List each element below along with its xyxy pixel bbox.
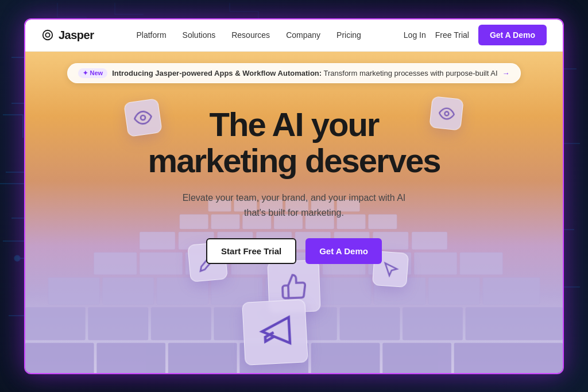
nav-solutions[interactable]: Solutions <box>183 30 216 40</box>
hero-title: The AI your marketing deserves <box>25 106 563 180</box>
nav-company[interactable]: Company <box>286 30 320 40</box>
nav-links: Platform Solutions Resources Company Pri… <box>136 30 361 40</box>
hero-title-line1: The AI your <box>210 106 379 143</box>
svg-rect-40 <box>48 277 100 304</box>
svg-rect-61 <box>311 343 380 374</box>
svg-rect-54 <box>340 307 400 340</box>
svg-point-3 <box>14 255 20 261</box>
svg-rect-43 <box>211 277 263 304</box>
nav-pricing[interactable]: Pricing <box>336 30 361 40</box>
browser-window: Jasper Platform Solutions Resources Comp… <box>24 18 564 374</box>
hero-subtitle: Elevate your team, your brand, and your … <box>25 191 563 220</box>
svg-rect-47 <box>428 277 480 304</box>
navbar: Jasper Platform Solutions Resources Comp… <box>25 20 563 52</box>
nav-resources[interactable]: Resources <box>231 30 270 40</box>
nav-right: Log In Free Trial Get A Demo <box>404 25 547 45</box>
hero-subtitle-line2: that's built for marketing. <box>244 208 344 218</box>
announcement-text: Introducing Jasper-powered Apps & Workfl… <box>112 69 497 77</box>
svg-rect-49 <box>25 307 86 340</box>
hero-subtitle-line1: Elevate your team, your brand, and your … <box>183 193 406 203</box>
svg-rect-59 <box>168 343 237 374</box>
svg-rect-60 <box>239 343 308 374</box>
svg-rect-63 <box>454 343 563 374</box>
svg-rect-62 <box>382 343 451 374</box>
svg-point-8 <box>43 30 53 40</box>
get-demo-button[interactable]: Get A Demo <box>478 25 547 45</box>
svg-rect-48 <box>483 277 540 304</box>
jasper-logo-icon <box>41 29 54 41</box>
announcement-regular: Transform marketing processes with purpo… <box>324 69 498 77</box>
announcement-bar: ✦ New Introducing Jasper-powered Apps & … <box>25 52 563 83</box>
start-trial-button[interactable]: Start Free Trial <box>206 238 296 264</box>
svg-rect-53 <box>277 307 337 340</box>
announcement-arrow: → <box>502 69 510 77</box>
svg-rect-56 <box>466 307 563 340</box>
logo-text: Jasper <box>59 29 94 42</box>
nav-platform[interactable]: Platform <box>136 30 166 40</box>
get-demo-hero-button[interactable]: Get A Demo <box>305 238 382 264</box>
new-badge: ✦ New <box>78 68 107 78</box>
svg-rect-46 <box>374 277 425 304</box>
svg-rect-55 <box>403 307 463 340</box>
svg-rect-45 <box>320 277 372 304</box>
svg-rect-50 <box>88 307 149 340</box>
svg-point-9 <box>45 33 49 37</box>
hero-title-line2: marketing deserves <box>148 142 440 179</box>
logo-area[interactable]: Jasper <box>41 29 94 42</box>
svg-rect-58 <box>96 343 165 374</box>
login-link[interactable]: Log In <box>404 30 426 40</box>
svg-rect-41 <box>102 277 154 304</box>
announcement-bold: Introducing Jasper-powered Apps & Workfl… <box>112 69 322 77</box>
svg-rect-57 <box>25 343 94 374</box>
hero-content: The AI your marketing deserves Elevate y… <box>25 83 563 265</box>
free-trial-link[interactable]: Free Trial <box>435 30 469 40</box>
hero-section: ✦ New Introducing Jasper-powered Apps & … <box>25 52 563 374</box>
svg-rect-42 <box>157 277 208 304</box>
svg-rect-44 <box>265 277 317 304</box>
announcement-pill[interactable]: ✦ New Introducing Jasper-powered Apps & … <box>67 63 520 83</box>
hero-buttons: Start Free Trial Get A Demo <box>25 238 563 264</box>
svg-rect-52 <box>214 307 274 340</box>
svg-rect-51 <box>151 307 211 340</box>
